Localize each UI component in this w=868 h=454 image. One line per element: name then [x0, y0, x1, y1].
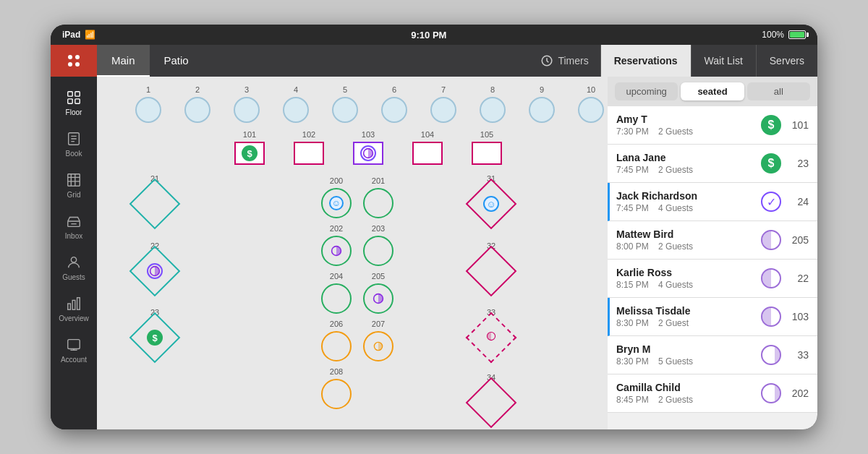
floor-area: 1 2 3 4 5 — [97, 77, 608, 429]
table-7[interactable]: 7 — [421, 85, 466, 123]
svg-rect-26 — [72, 300, 75, 309]
table-207[interactable]: 207 — [363, 320, 393, 361]
table-21[interactable]: 21 — [137, 174, 173, 222]
account-icon — [66, 337, 82, 353]
filter-tabs: upcoming seated all — [608, 77, 817, 106]
table-9[interactable]: 9 — [519, 85, 564, 123]
table-102[interactable]: 102 — [283, 130, 335, 165]
tab-servers[interactable]: Servers — [756, 45, 817, 77]
status-dollar-icon: $ — [761, 153, 781, 174]
table-33[interactable]: 33 — [473, 308, 509, 356]
table-103[interactable]: 103 — [342, 130, 394, 165]
reservation-melissa-tisdale[interactable]: Melissa Tisdale 8:30 PM 2 Guest 103 — [608, 298, 817, 336]
sidebar-item-grid[interactable]: Grid — [51, 165, 97, 206]
battery-label: 100% — [762, 30, 784, 40]
table-6[interactable]: 6 — [372, 85, 417, 123]
table-8[interactable]: 8 — [470, 85, 515, 123]
table-101[interactable]: 101 $ — [224, 130, 276, 165]
svg-point-3 — [68, 62, 72, 67]
clock-icon — [540, 54, 553, 67]
book-icon — [66, 131, 82, 147]
table-105[interactable]: 105 — [461, 130, 513, 165]
table-34[interactable]: 34 — [473, 373, 509, 421]
table-206[interactable]: 206 — [321, 320, 352, 361]
table-22[interactable]: 22 — [137, 241, 173, 289]
table-10[interactable]: 10 — [569, 85, 608, 123]
inbox-icon — [66, 213, 82, 229]
table-202[interactable]: 202 — [321, 224, 352, 266]
overview-icon — [66, 296, 82, 312]
table-208[interactable]: 208 — [321, 367, 352, 409]
reservation-lana-jane[interactable]: Lana Jane 7:45 PM 2 Guests $ 23 — [608, 145, 817, 183]
status-right: 100% — [762, 30, 806, 40]
grid-icon — [66, 172, 82, 188]
right-tabs: Reservations Wait List Servers — [600, 45, 817, 77]
reservation-karlie-ross[interactable]: Karlie Ross 8:15 PM 4 Guests 22 — [608, 260, 817, 298]
bar-table-row: 1 2 3 4 5 — [126, 85, 608, 123]
svg-point-4 — [75, 62, 80, 67]
status-check-icon: ✓ — [761, 192, 781, 212]
floor-icon — [66, 90, 82, 106]
status-bar: iPad 📶 9:10 PM 100% — [51, 25, 817, 45]
wifi-icon: 📶 — [85, 30, 95, 40]
svg-rect-6 — [68, 92, 72, 96]
table-4[interactable]: 4 — [273, 85, 318, 123]
reservation-camilla-child[interactable]: Camilla Child 8:45 PM 2 Guests 202 — [608, 374, 817, 413]
sidebar-item-book[interactable]: Book — [51, 124, 97, 165]
table-1[interactable]: 1 — [126, 85, 171, 123]
timers-button[interactable]: Timers — [529, 45, 600, 77]
table-200[interactable]: 200 ☺ — [321, 176, 352, 218]
tab-patio[interactable]: Patio — [150, 45, 203, 77]
tab-waitlist[interactable]: Wait List — [691, 45, 756, 77]
status-half-icon — [761, 307, 781, 327]
table-204[interactable]: 204 — [321, 272, 352, 314]
reservation-mattew-bird[interactable]: Mattew Bird 8:00 PM 2 Guests 205 — [608, 221, 817, 260]
ipad-label: iPad — [62, 30, 80, 40]
svg-rect-25 — [68, 304, 71, 309]
square-table-row: 101 $ 102 103 — [224, 130, 513, 165]
guests-icon — [66, 254, 82, 270]
table-203[interactable]: 203 — [363, 224, 393, 266]
tab-reservations[interactable]: Reservations — [600, 45, 691, 77]
table-104[interactable]: 104 — [401, 130, 454, 165]
svg-rect-9 — [75, 99, 80, 103]
status-dollar-icon: $ — [761, 115, 781, 135]
table-205[interactable]: 205 — [363, 272, 393, 314]
sidebar-item-account[interactable]: Account — [51, 330, 97, 371]
table-23[interactable]: 23 $ — [137, 308, 173, 356]
svg-point-1 — [68, 55, 72, 59]
svg-rect-8 — [68, 99, 72, 103]
right-panel: upcoming seated all Amy T 7:30 PM — [608, 77, 817, 429]
nav-tabs: Main Patio — [97, 45, 313, 77]
sidebar-item-guests[interactable]: Guests — [51, 247, 97, 288]
tab-main[interactable]: Main — [97, 45, 150, 77]
table-32[interactable]: 32 — [473, 241, 509, 289]
reservations-list: Amy T 7:30 PM 2 Guests $ 101 Lana Jane — [608, 106, 817, 429]
status-half-icon — [761, 268, 781, 288]
status-quarter-icon — [761, 383, 781, 403]
table-3[interactable]: 3 — [224, 85, 269, 123]
svg-rect-28 — [68, 340, 80, 349]
table-200-area: 200 ☺ 201 202 — [321, 176, 393, 409]
reservation-bryn-m[interactable]: Bryn M 8:30 PM 5 Guests 33 — [608, 336, 817, 374]
status-left: iPad 📶 — [62, 30, 95, 40]
status-half-icon — [761, 230, 781, 250]
top-nav: Main Patio Timers Reservations Wait List… — [51, 45, 817, 77]
table-31[interactable]: 31 ☺ — [473, 174, 509, 222]
reservation-jack-richardson[interactable]: Jack Richardson 7:45 PM 4 Guests ✓ 24 — [608, 183, 817, 221]
filter-upcoming[interactable]: upcoming — [615, 82, 678, 100]
svg-point-24 — [71, 257, 76, 262]
filter-all[interactable]: all — [747, 82, 810, 100]
svg-rect-0 — [64, 51, 84, 71]
sidebar-item-inbox[interactable]: Inbox — [51, 206, 97, 247]
table-2[interactable]: 2 — [175, 85, 220, 123]
table-201[interactable]: 201 — [363, 176, 393, 218]
main-content: Floor Book Grid — [51, 77, 817, 429]
sidebar-item-floor[interactable]: Floor — [51, 82, 97, 124]
status-time: 9:10 PM — [411, 30, 446, 40]
filter-seated[interactable]: seated — [681, 82, 744, 100]
sidebar-item-overview[interactable]: Overview — [51, 288, 97, 330]
reservation-amy-t[interactable]: Amy T 7:30 PM 2 Guests $ 101 — [608, 106, 817, 145]
table-5[interactable]: 5 — [323, 85, 367, 123]
app-logo — [64, 51, 84, 71]
